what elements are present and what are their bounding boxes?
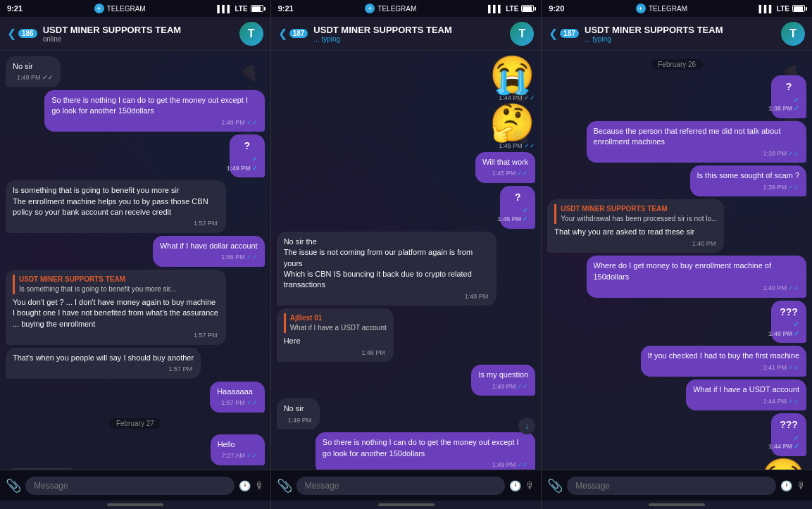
battery-icon (521, 5, 534, 12)
check-marks: ✓✓ (794, 96, 799, 113)
chat-area: 😭 1:44 PM ✓✓ 🤔 1:45 PM ✓✓ Will that work… (271, 51, 542, 470)
telegram-icon: ✈ (365, 4, 375, 13)
message-footer: 1:56 PM ✓✓ (160, 253, 258, 262)
quoted-text: What if I have a USDT account (290, 323, 387, 333)
chat-header: ❮ 187 USDT MINER SUPPORTS TEAM ... typin… (542, 17, 812, 51)
input-bar: 📎 🕐 🎙 (0, 470, 270, 501)
message-input[interactable] (25, 477, 235, 495)
check-marks: ✓✓ (517, 382, 528, 391)
quoted-text: Your withdrawal has been processed sir i… (561, 214, 717, 224)
clock-icon[interactable]: 🕐 (780, 480, 792, 491)
message-input[interactable] (567, 477, 776, 495)
message-time: 1:57 PM (194, 331, 218, 340)
status-bar: 9:20 ✈ TELEGRAM ▌▌▌ LTE (542, 0, 812, 17)
message-text: So there is nothing I can do to get the … (51, 96, 248, 115)
message-time: 7:27 AM (222, 451, 245, 460)
message-bubble: Hello 7:27 AM ✓✓ (211, 434, 265, 465)
message-bubble: ? 1:38 PM ✓✓ (771, 75, 806, 118)
message-text: ? (786, 81, 792, 92)
check-marks: ✓✓ (246, 451, 258, 460)
message-text: Here (284, 337, 301, 345)
battery-icon (792, 5, 805, 12)
signal-icon: ▌▌▌ (759, 5, 774, 13)
input-bar: 📎 🕐 🎙 (271, 470, 542, 501)
message-time: 1:38 PM (768, 104, 792, 113)
message-text: Is this some sought of scam ? (697, 171, 800, 180)
message-footer: 1:49 PM (284, 416, 313, 425)
attachment-icon[interactable]: 📎 (547, 478, 563, 494)
message-time: 1:49 PM (492, 460, 516, 470)
check-marks: ✓✓ (788, 284, 799, 293)
check-marks: ✓✓ (794, 320, 799, 338)
mic-icon[interactable]: 🎙 (255, 480, 265, 491)
message-text: No sir theThe issue is not coming from o… (284, 237, 473, 289)
date-divider: February 26 (651, 59, 703, 70)
message-bubble: If you checked I had to buy the first ma… (641, 346, 806, 377)
telegram-label: TELEGRAM (649, 5, 687, 13)
scroll-down-icon: ↓ (525, 421, 529, 431)
status-right: ▌▌▌ LTE (217, 5, 263, 13)
message-bubble: Good morning sir 7:27 AM (6, 468, 79, 470)
message-text: ??? (780, 419, 798, 430)
message-text: ??? (780, 306, 798, 318)
check-marks: ✓✓ (523, 206, 528, 224)
back-badge[interactable]: ❮ 187 (549, 27, 579, 40)
quoted-text: Is something that is going to benefit yo… (19, 284, 219, 294)
message-bubble: No sir 1:49 PM (277, 398, 320, 429)
scroll-down-button[interactable]: ↓ (518, 417, 535, 434)
signal-icon: ▌▌▌ (217, 5, 232, 13)
chat-title: USDT MINER SUPPORTS TEAM (43, 25, 234, 35)
input-right-icons: 🕐 🎙 (780, 480, 806, 491)
message-footer: 1:44 PM ✓✓ (693, 397, 799, 406)
message-time: 1:48 PM (361, 348, 385, 358)
message-footer: 1:52 PM (13, 219, 219, 228)
message-text: Is my question (478, 370, 528, 379)
header-info: USDT MINER SUPPORTS TEAM online (43, 25, 234, 43)
header-info: USDT MINER SUPPORTS TEAM ... typing (585, 25, 775, 43)
back-badge[interactable]: ❮ 186 (7, 27, 37, 40)
emoji-bubble: 😭 (489, 56, 535, 93)
chat-header: ❮ 187 USDT MINER SUPPORTS TEAM ... typin… (271, 17, 542, 51)
message-input[interactable] (296, 477, 506, 495)
message-text: No sir (284, 404, 304, 413)
quoted-author: AjBest 01 (290, 313, 387, 323)
clock-icon[interactable]: 🕐 (509, 480, 521, 491)
message-bubble: ??? 1:40 PM ✓✓ (771, 301, 806, 344)
message-time: 1:40 PM (692, 239, 716, 249)
back-badge[interactable]: ❮ 187 (278, 27, 308, 40)
check-marks: ✓✓ (246, 253, 258, 262)
message-time: 1:40 PM (763, 284, 787, 293)
msg-time: 1:44 PM ✓✓ (489, 94, 535, 101)
message-footer: 1:41 PM ✓✓ (648, 363, 799, 372)
message-bubble: No sir theThe issue is not coming from o… (277, 232, 497, 306)
message-bubble: Haaaaaaa 1:57 PM ✓✓ (210, 382, 265, 413)
check-marks: ✓✓ (517, 169, 528, 178)
message-footer: 1:44 PM ✓✓ (778, 434, 799, 451)
emoji-bubble: 😭 (761, 459, 806, 470)
message-text: So there is nothing I can do to get the … (323, 438, 519, 457)
message-footer: 1:39 PM ✓✓ (594, 149, 800, 158)
status-bar: 9:21 ✈ TELEGRAM ▌▌▌ LTE (271, 0, 542, 17)
mic-icon[interactable]: 🎙 (797, 480, 806, 491)
status-time: 9:21 (7, 4, 23, 13)
message-text: If you checked I had to buy the first ma… (648, 351, 799, 360)
date-divider: February 27 (109, 418, 161, 429)
message-text: Hello (218, 440, 235, 448)
avatar: T (239, 22, 263, 46)
message-text: You don't get ? ... I don't have money a… (13, 298, 218, 328)
message-footer: 1:49 PM ✓✓ (478, 382, 528, 391)
message-bubble: So there is nothing I can do to get the … (316, 432, 536, 470)
message-time: 1:44 PM (763, 397, 787, 406)
back-count: 187 (560, 29, 579, 38)
message-footer: 1:48 PM (284, 292, 490, 301)
mic-icon[interactable]: 🎙 (525, 480, 535, 491)
quoted-message: AjBest 01 What if I have a USDT account (284, 313, 387, 333)
clock-icon[interactable]: 🕐 (239, 480, 251, 491)
emoji-bubble: 🤔 (489, 104, 535, 141)
attachment-icon[interactable]: 📎 (277, 478, 292, 494)
check-marks: ✓✓ (246, 398, 258, 408)
input-right-icons: 🕐 🎙 (509, 480, 535, 491)
attachment-icon[interactable]: 📎 (6, 478, 21, 494)
quoted-message: USDT MINER SUPPORTS TEAM Your withdrawal… (554, 204, 717, 224)
check-marks: ✓✓ (246, 118, 258, 127)
